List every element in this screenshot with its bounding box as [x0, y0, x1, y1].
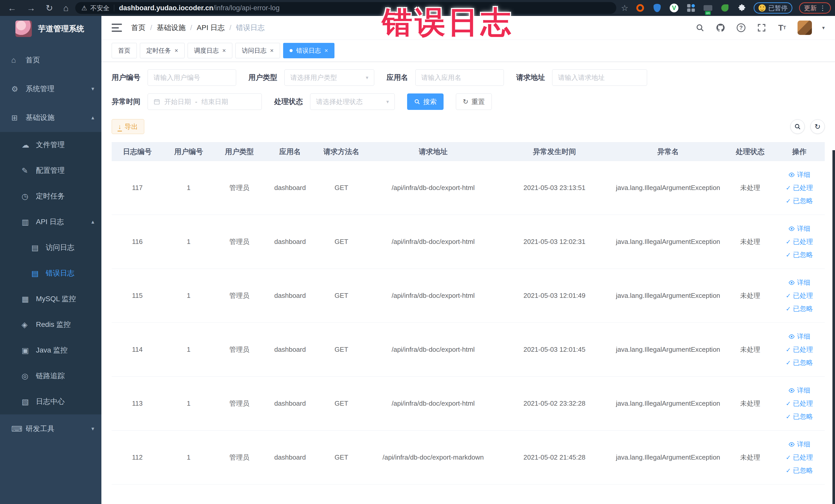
sidebar-item[interactable]: ▤ 访问日志 [0, 235, 101, 260]
detail-link[interactable]: 详细 [788, 278, 810, 287]
github-icon[interactable] [715, 23, 726, 33]
toggle-search-button[interactable] [790, 119, 805, 134]
user-id-input[interactable]: 请输入用户编号 [148, 69, 236, 86]
cell-request-url: /api/infra/db-doc/export-html [367, 215, 499, 269]
sidebar-item[interactable]: ◷ 定时任务 [0, 183, 101, 209]
sidebar-item[interactable]: ◈ Redis 监控 [0, 312, 101, 337]
breadcrumb-item[interactable]: 基础设施 [157, 23, 186, 33]
help-icon[interactable]: ? [736, 23, 746, 33]
ignored-link[interactable]: ✓ 已忽略 [786, 412, 813, 421]
bookmark-star-icon[interactable]: ☆ [621, 3, 628, 13]
detail-link[interactable]: 详细 [788, 332, 810, 341]
ignored-link[interactable]: ✓ 已忽略 [786, 304, 813, 313]
cell-exception-name: java.lang.IllegalArgumentException [610, 269, 727, 323]
cell-exception-name: java.lang.IllegalArgumentException [610, 377, 727, 430]
check-icon: ✓ [786, 400, 791, 407]
detail-link[interactable]: 详细 [788, 386, 810, 395]
table-row: 115 1 管理员 dashboard GET /api/infra/db-do… [111, 269, 825, 323]
processed-link[interactable]: ✓ 已处理 [786, 453, 813, 462]
cell-log-id: 116 [111, 215, 163, 269]
forward-icon[interactable]: → [27, 4, 36, 12]
sidebar-item[interactable]: ☁ 文件管理 [0, 132, 101, 158]
sidebar-item[interactable]: ▦ MySQL 监控 [0, 286, 101, 312]
date-range-input[interactable]: 开始日期 - 结束日期 [148, 94, 262, 110]
sidebar-item[interactable]: ▤ 错误日志 [0, 260, 101, 286]
refresh-button[interactable]: ↻ [810, 119, 825, 134]
detail-link[interactable]: 详细 [788, 224, 810, 233]
request-url-input[interactable]: 请输入请求地址 [552, 69, 647, 86]
sidebar-item[interactable]: ▧ 日志中心 [0, 389, 101, 415]
processed-link[interactable]: ✓ 已处理 [786, 399, 813, 408]
chrome-update-button[interactable]: 更新 ⋮ [799, 2, 831, 14]
extension-v-icon[interactable]: V [669, 3, 679, 13]
close-icon[interactable]: × [270, 47, 273, 54]
avatar[interactable] [797, 21, 812, 35]
export-button[interactable]: ↓ 导出 [111, 119, 144, 134]
eye-icon [788, 387, 795, 394]
address-bar[interactable]: ⚠ 不安全 dashboard.yudao.iocoder.cn /infra/… [75, 2, 616, 14]
cloud-upload-icon: ☁ [22, 140, 33, 149]
reload-icon[interactable]: ↻ [46, 4, 53, 12]
sidebar-collapse-icon[interactable] [111, 24, 122, 32]
search-button[interactable]: 搜索 [407, 94, 444, 110]
chevron-down-icon[interactable]: ▾ [822, 25, 825, 31]
sidebar-item-label: 配置管理 [36, 166, 65, 175]
sidebar-item[interactable]: ⌂ 首页 [0, 46, 101, 75]
tab[interactable]: 定时任务 × [140, 43, 185, 58]
warning-icon: ⚠ [81, 4, 87, 12]
font-size-icon[interactable]: TT [777, 23, 787, 33]
cell-user-id: 1 [163, 323, 214, 377]
page-scrollbar[interactable] [832, 150, 835, 504]
processed-link[interactable]: ✓ 已处理 [786, 237, 813, 246]
chevron-icon: ▾ [91, 425, 94, 432]
processed-link[interactable]: ✓ 已处理 [786, 345, 813, 354]
close-icon[interactable]: × [222, 47, 226, 54]
sidebar-item[interactable]: ◎ 链路追踪 [0, 363, 101, 389]
paused-extension-badge[interactable]: 已暂停 [754, 2, 792, 14]
close-icon[interactable]: × [175, 47, 178, 54]
smiley-icon [758, 4, 766, 12]
ignored-link[interactable]: ✓ 已忽略 [786, 358, 813, 367]
tab[interactable]: 错误日志 × [283, 43, 334, 58]
breadcrumb-item[interactable]: 首页 [131, 23, 145, 33]
sidebar-item[interactable]: ▥ API 日志 ▴ [0, 209, 101, 235]
home-icon[interactable]: ⌂ [63, 4, 69, 12]
filter-app-name: 应用名 请输入应用名 [387, 69, 504, 86]
filter-user-type: 用户类型 请选择用户类型▾ [248, 69, 374, 86]
ignored-link[interactable]: ✓ 已忽略 [786, 250, 813, 259]
breadcrumb-item[interactable]: API 日志 [197, 23, 225, 33]
ignored-link[interactable]: ✓ 已忽略 [786, 196, 813, 205]
tab[interactable]: 访问日志 × [236, 43, 280, 58]
app-name-input[interactable]: 请输入应用名 [415, 69, 504, 86]
eye-icon [788, 225, 795, 232]
close-icon[interactable]: × [324, 47, 328, 54]
breadcrumb-item[interactable]: 错误日志 [236, 23, 265, 33]
sidebar-item[interactable]: ⊞ 基础设施 ▴ [0, 103, 101, 132]
sidebar-item[interactable]: ⌨ 研发工具 ▾ [0, 415, 101, 443]
sidebar-item[interactable]: ⚙ 系统管理 ▾ [0, 75, 101, 103]
reset-button[interactable]: ↻ 重置 [456, 94, 492, 110]
extension-leaf-icon[interactable] [720, 3, 730, 13]
sidebar-item[interactable]: ▣ Java 监控 [0, 337, 101, 363]
detail-link[interactable]: 详细 [788, 440, 810, 449]
detail-link[interactable]: 详细 [788, 170, 810, 179]
breadcrumb: 首页/基础设施/API 日志/错误日志 [131, 23, 265, 33]
processed-link[interactable]: ✓ 已处理 [786, 291, 813, 300]
tab[interactable]: 调度日志 × [188, 43, 232, 58]
search-icon[interactable] [695, 23, 705, 33]
back-icon[interactable]: ← [8, 4, 16, 12]
ignored-link[interactable]: ✓ 已忽略 [786, 466, 813, 475]
filter-process-status: 处理状态 请选择处理状态▾ [274, 94, 395, 110]
extension-shield-icon[interactable] [652, 3, 662, 13]
process-status-select[interactable]: 请选择处理状态▾ [310, 94, 395, 110]
tab[interactable]: 首页 [111, 43, 137, 58]
processed-link[interactable]: ✓ 已处理 [786, 183, 813, 192]
user-type-select[interactable]: 请选择用户类型▾ [284, 69, 374, 86]
sidebar-item[interactable]: ✎ 配置管理 [0, 158, 101, 183]
extension-donut-icon[interactable] [635, 3, 645, 13]
cell-app-name: dashboard [264, 377, 316, 430]
extensions-puzzle-icon[interactable] [737, 3, 747, 13]
extension-grid-icon[interactable] [686, 3, 696, 13]
fullscreen-icon[interactable] [756, 23, 767, 33]
extension-switch-icon[interactable] [703, 3, 713, 13]
